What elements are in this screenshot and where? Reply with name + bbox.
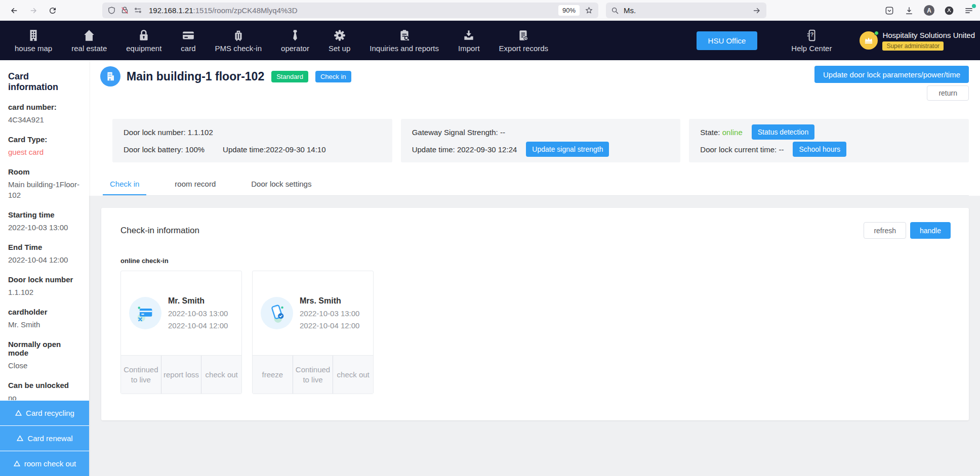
nav-item-help-center[interactable]: ? Help Center — [782, 21, 841, 60]
reload-icon[interactable] — [45, 3, 60, 18]
downloads-icon[interactable] — [904, 6, 914, 16]
field-label-can-be-unlocked: Can be unlocked — [8, 381, 81, 390]
status-detection-button[interactable]: Status detection — [752, 124, 814, 140]
mobile-phone-icon — [261, 297, 293, 329]
state-label: State: — [700, 128, 720, 137]
guest-card-mr-smith: Mr. Smith 2022-10-03 13:00 2022-10-04 12… — [120, 271, 242, 394]
field-label-card-number: card number: — [8, 103, 81, 111]
online-check-in-label: online check-in — [120, 257, 951, 265]
room-header-section: Main building-1 floor-102 Standard Check… — [89, 60, 980, 196]
field-label-end-time: End Time — [8, 243, 81, 251]
nav-item-set-up[interactable]: Set up — [319, 21, 360, 60]
permissions-icon[interactable] — [134, 6, 142, 15]
search-input[interactable] — [624, 6, 752, 15]
tab-door-lock-settings[interactable]: Door lock settings — [244, 180, 318, 195]
update-door-lock-button[interactable]: Update door lock parameters/power/time — [814, 66, 969, 83]
gateway-update-time-text: Update time: 2022-09-30 12:24 — [412, 145, 517, 154]
extension-icon[interactable] — [944, 6, 954, 16]
bookmark-star-icon[interactable] — [585, 6, 593, 15]
field-label-starting-time: Starting time — [8, 210, 81, 219]
triangle-icon — [13, 460, 21, 467]
nav-item-inquiries-reports[interactable]: Inquiries and reports — [360, 21, 448, 60]
guest-name: Mrs. Smith — [300, 296, 341, 305]
freeze-action[interactable]: freeze — [253, 356, 293, 394]
nav-item-pms-checkin[interactable]: PMS check-in — [206, 21, 272, 60]
room-building-icon — [100, 66, 120, 86]
state-info-card: State: online Status detection Door lock… — [689, 119, 969, 162]
shield-icon[interactable] — [107, 6, 116, 15]
tab-room-record[interactable]: room record — [168, 180, 223, 195]
lock-disabled-icon[interactable] — [120, 6, 129, 15]
continued-to-live-action[interactable]: Continued to live — [293, 356, 333, 394]
guest-name: Mr. Smith — [168, 296, 205, 305]
check-out-action[interactable]: check out — [333, 356, 373, 394]
continued-to-live-action[interactable]: Continued to live — [121, 356, 161, 394]
nav-item-operator[interactable]: operator — [271, 21, 319, 60]
field-value-starting-time: 2022-10-03 13:00 — [8, 222, 81, 233]
user-account-block[interactable]: Hospitality Solutions United Super admin… — [860, 21, 975, 60]
refresh-button[interactable]: refresh — [864, 222, 906, 239]
triangle-icon — [16, 435, 24, 442]
check-in-information-panel: Check-in information refresh handle onli… — [101, 208, 969, 420]
org-name: Hospitality Solutions United — [882, 31, 975, 39]
field-label-door-lock-number: Door lock number — [8, 275, 81, 284]
card-renewal-button[interactable]: Card renewal — [0, 425, 89, 451]
handle-button[interactable]: handle — [910, 222, 951, 239]
nav-item-equipment[interactable]: equipment — [116, 21, 171, 60]
search-bar[interactable] — [606, 3, 766, 18]
field-value-end-time: 2022-10-04 12:00 — [8, 254, 81, 265]
check-out-action[interactable]: check out — [201, 356, 241, 394]
export-records-icon — [517, 29, 530, 42]
home-icon — [83, 29, 96, 42]
nav-item-house-map[interactable]: house map — [5, 21, 62, 60]
forward-icon[interactable] — [25, 3, 41, 18]
search-icon — [611, 7, 619, 15]
account-avatar-icon[interactable]: A — [924, 5, 934, 16]
field-value-cardholder: Mr. Smith — [8, 319, 81, 330]
help-phone-icon: ? — [805, 29, 818, 42]
app-nav-bar: house map real estate equipment card PMS… — [0, 21, 980, 60]
back-icon[interactable] — [6, 3, 22, 18]
hsu-office-button[interactable]: HSU Office — [697, 31, 758, 50]
gateway-info-card: Gateway Signal Strength: -- Update time:… — [401, 119, 681, 162]
card-recycling-button[interactable]: Card recycling — [0, 400, 89, 425]
detail-tabs: Check in room record Door lock settings — [103, 180, 969, 196]
page-title: Main building-1 floor-102 — [127, 70, 264, 83]
tab-check-in[interactable]: Check in — [103, 180, 146, 195]
guest-card-mrs-smith: Mrs. Smith 2022-10-03 13:00 2022-10-04 1… — [252, 271, 374, 394]
report-search-icon — [398, 29, 411, 42]
nav-item-export-records[interactable]: Export records — [489, 21, 558, 60]
report-loss-action[interactable]: report loss — [161, 356, 201, 394]
door-lock-current-time-text: Door lock current time: -- — [700, 145, 784, 154]
zoom-level-badge[interactable]: 90% — [558, 5, 580, 16]
field-label-card-type: Card Type: — [8, 135, 81, 144]
state-value: online — [722, 128, 743, 137]
door-lock-number-text: Door lock number: 1.1.102 — [124, 128, 213, 137]
field-value-room: Main building-1Floor-102 — [8, 179, 81, 200]
nav-item-import[interactable]: Import — [448, 21, 489, 60]
gear-icon — [333, 29, 346, 42]
sidebar-title: Card information — [8, 71, 81, 93]
building-icon — [27, 29, 40, 42]
field-value-door-lock-number: 1.1.102 — [8, 287, 81, 297]
field-label-cardholder: cardholder — [8, 308, 81, 316]
crown-avatar-icon — [860, 31, 878, 50]
field-value-normally-open-mode: Close — [8, 360, 81, 371]
nav-item-card[interactable]: card — [171, 21, 205, 60]
go-arrow-icon[interactable] — [752, 6, 761, 15]
triangle-icon — [15, 409, 22, 417]
guest-end-time: 2022-10-04 12:00 — [300, 321, 359, 330]
url-bar[interactable]: 192.168.1.21:1515/room/zpCK48Mlyq4%3D 90… — [102, 3, 598, 18]
menu-icon[interactable] — [964, 6, 974, 16]
guest-start-time: 2022-10-03 13:00 — [168, 309, 228, 318]
school-hours-button[interactable]: School hours — [793, 142, 846, 157]
room-status-badge: Check in — [315, 71, 351, 82]
field-value-card-type: guest card — [8, 147, 81, 157]
role-badge: Super administrator — [882, 41, 944, 51]
key-card-icon — [129, 297, 161, 329]
return-button[interactable]: return — [927, 85, 969, 101]
nav-item-real-estate[interactable]: real estate — [62, 21, 116, 60]
update-signal-strength-button[interactable]: Update signal strength — [526, 142, 609, 157]
pocket-icon[interactable] — [884, 6, 894, 16]
room-check-out-button[interactable]: room check out — [0, 451, 89, 476]
